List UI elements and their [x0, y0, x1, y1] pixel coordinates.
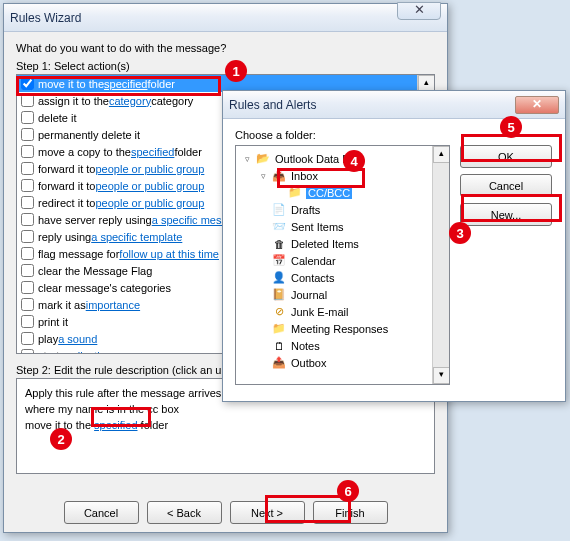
action-link[interactable]: people or public group	[95, 197, 204, 209]
folder-icon	[255, 152, 271, 166]
tree-node[interactable]: Outbox	[238, 354, 447, 371]
alert-title: Rules and Alerts	[229, 98, 515, 112]
folder-icon	[271, 339, 287, 353]
action-checkbox[interactable]	[21, 281, 34, 294]
desc-line3: move it to the specified folder	[25, 417, 426, 433]
action-link[interactable]: people or public group	[95, 163, 204, 175]
expand-icon[interactable]: ▿	[242, 153, 253, 164]
tree-node[interactable]: ▿Outlook Data File	[238, 150, 447, 167]
tree-label: Notes	[290, 340, 321, 352]
expand-icon	[258, 238, 269, 249]
tree-node[interactable]: Notes	[238, 337, 447, 354]
action-link[interactable]: specified	[104, 78, 147, 90]
action-checkbox[interactable]	[21, 315, 34, 328]
tree-node[interactable]: Junk E-mail	[238, 303, 447, 320]
folder-tree[interactable]: ▿Outlook Data File▿InboxCC/BCCDraftsSent…	[235, 145, 450, 385]
step1-label: Step 1: Select action(s)	[16, 60, 435, 72]
alert-cancel-button[interactable]: Cancel	[460, 174, 552, 197]
action-checkbox[interactable]	[21, 94, 34, 107]
folder-icon	[271, 237, 287, 251]
action-link[interactable]: category	[109, 95, 151, 107]
alert-close-button[interactable]: ✕	[515, 96, 559, 114]
tree-label: Meeting Responses	[290, 323, 389, 335]
tree-label: Calendar	[290, 255, 337, 267]
expand-icon	[258, 221, 269, 232]
folder-icon	[271, 220, 287, 234]
folder-icon	[271, 203, 287, 217]
cancel-button[interactable]: Cancel	[64, 501, 139, 524]
tree-label: CC/BCC	[306, 187, 352, 199]
tree-label: Contacts	[290, 272, 335, 284]
ok-button[interactable]: OK	[460, 145, 552, 168]
tree-label: Outbox	[290, 357, 327, 369]
wizard-titlebar: Rules Wizard ✕	[4, 4, 447, 32]
action-link[interactable]: follow up at this time	[119, 248, 219, 260]
expand-icon	[258, 289, 269, 300]
folder-icon	[271, 322, 287, 336]
expand-icon	[258, 204, 269, 215]
expand-icon	[258, 255, 269, 266]
action-checkbox[interactable]	[21, 145, 34, 158]
tree-label: Junk E-mail	[290, 306, 349, 318]
finish-button[interactable]: Finish	[313, 501, 388, 524]
specified-link[interactable]: specified	[94, 419, 137, 431]
wizard-close-button[interactable]: ✕	[397, 2, 441, 20]
tree-node[interactable]: ▿Inbox	[238, 167, 447, 184]
expand-icon	[258, 323, 269, 334]
alert-body: Choose a folder: ▿Outlook Data File▿Inbo…	[223, 119, 565, 401]
folder-icon	[271, 288, 287, 302]
tree-node[interactable]: Contacts	[238, 269, 447, 286]
folder-icon	[271, 305, 287, 319]
new-folder-button[interactable]: New...	[460, 203, 552, 226]
folder-icon	[271, 169, 287, 183]
wizard-button-row: Cancel < Back Next > Finish	[4, 501, 447, 524]
choose-folder-label: Choose a folder:	[235, 129, 553, 141]
tree-node[interactable]: Sent Items	[238, 218, 447, 235]
action-checkbox[interactable]	[21, 213, 34, 226]
action-checkbox[interactable]	[21, 230, 34, 243]
action-checkbox[interactable]	[21, 264, 34, 277]
tree-node[interactable]: Calendar	[238, 252, 447, 269]
action-link[interactable]: a sound	[58, 333, 97, 345]
alert-titlebar: Rules and Alerts ✕	[223, 91, 565, 119]
folder-icon	[287, 186, 303, 200]
tree-node[interactable]: Journal	[238, 286, 447, 303]
action-checkbox[interactable]	[21, 196, 34, 209]
alert-side-buttons: OK Cancel New...	[460, 145, 552, 385]
action-link[interactable]: people or public group	[95, 180, 204, 192]
action-checkbox[interactable]	[21, 349, 34, 354]
action-checkbox[interactable]	[21, 111, 34, 124]
action-checkbox[interactable]	[21, 298, 34, 311]
tree-label: Inbox	[290, 170, 319, 182]
expand-icon[interactable]: ▿	[258, 170, 269, 181]
action-checkbox[interactable]	[21, 162, 34, 175]
action-checkbox[interactable]	[21, 247, 34, 260]
back-button[interactable]: < Back	[147, 501, 222, 524]
folder-icon	[271, 271, 287, 285]
wizard-question: What do you want to do with the message?	[16, 42, 435, 54]
tree-node[interactable]: Drafts	[238, 201, 447, 218]
tree-scrollbar[interactable]: ▴▾	[432, 146, 449, 384]
tree-label: Sent Items	[290, 221, 345, 233]
action-checkbox[interactable]	[21, 332, 34, 345]
tree-node[interactable]: Meeting Responses	[238, 320, 447, 337]
expand-icon	[258, 272, 269, 283]
action-link[interactable]: specified	[131, 146, 174, 158]
desc-line2: where my name is in the cc box	[25, 401, 426, 417]
tree-label: Drafts	[290, 204, 321, 216]
action-checkbox[interactable]	[21, 77, 34, 90]
action-link[interactable]: application	[59, 350, 112, 355]
tree-label: Outlook Data File	[274, 153, 361, 165]
rules-and-alerts-dialog: Rules and Alerts ✕ Choose a folder: ▿Out…	[222, 90, 566, 402]
action-checkbox[interactable]	[21, 128, 34, 141]
action-link[interactable]: a specific template	[91, 231, 182, 243]
tree-node[interactable]: CC/BCC	[238, 184, 447, 201]
tree-label: Deleted Items	[290, 238, 360, 250]
tree-node[interactable]: Deleted Items	[238, 235, 447, 252]
expand-icon	[258, 357, 269, 368]
wizard-title: Rules Wizard	[10, 11, 441, 25]
next-button[interactable]: Next >	[230, 501, 305, 524]
expand-icon	[274, 187, 285, 198]
action-checkbox[interactable]	[21, 179, 34, 192]
action-link[interactable]: importance	[86, 299, 140, 311]
